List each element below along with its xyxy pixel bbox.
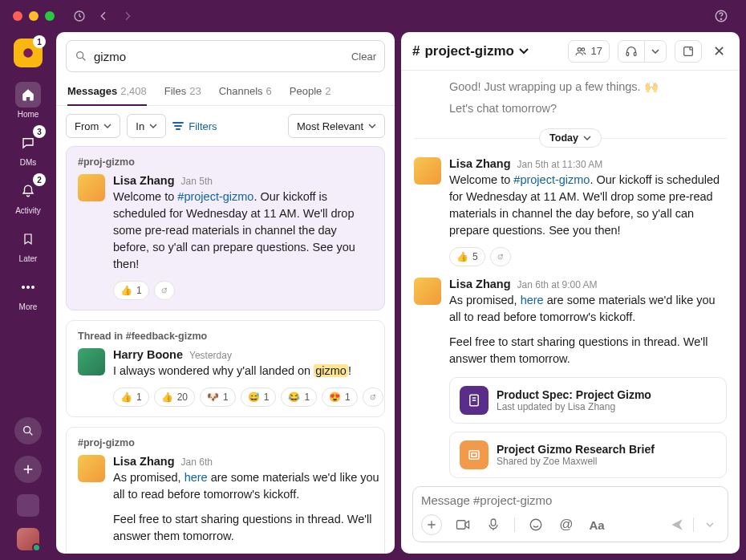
nav-label: More <box>19 302 38 311</box>
message-composer[interactable]: @ Aa <box>412 486 728 542</box>
canvas-button[interactable] <box>675 40 702 63</box>
search-bar[interactable]: Clear <box>66 40 385 72</box>
avatar[interactable] <box>414 278 441 305</box>
search-input[interactable] <box>94 50 351 63</box>
nav-label: DMs <box>20 158 37 167</box>
divider <box>693 517 694 532</box>
reaction[interactable]: 😅1 <box>241 388 277 407</box>
channel-link[interactable]: #project-gizmo <box>513 173 590 186</box>
channel-link[interactable]: #project-gizmo <box>177 190 253 203</box>
reaction[interactable]: 😍1 <box>322 388 358 407</box>
timestamp: Jan 5th <box>181 176 213 187</box>
help-icon[interactable] <box>712 7 730 25</box>
reaction[interactable]: 👍1 <box>113 388 149 407</box>
emoji-icon[interactable] <box>526 515 545 534</box>
reaction[interactable]: 😂1 <box>281 388 317 407</box>
close-panel[interactable]: ✕ <box>710 43 728 60</box>
compose-button[interactable] <box>14 456 42 483</box>
reaction[interactable]: 👍20 <box>154 388 195 407</box>
message-link[interactable]: here <box>521 294 544 306</box>
tab-channels[interactable]: Channels6 <box>219 79 272 105</box>
search-tabs: Messages2,408 Files23 Channels6 People2 <box>56 79 395 106</box>
members-button[interactable]: 17 <box>568 40 610 63</box>
my-workspace-tile[interactable] <box>17 494 39 517</box>
back-icon[interactable] <box>95 7 112 25</box>
nav-later[interactable]: Later <box>7 223 49 266</box>
nav-dms[interactable]: 3 DMs <box>7 127 49 170</box>
workspace-switcher[interactable]: 1 <box>14 39 43 67</box>
home-icon <box>15 82 41 108</box>
attach-button[interactable] <box>421 514 442 535</box>
doc-subtitle: Shared by Zoe Maxwell <box>497 456 655 467</box>
chevron-down-icon <box>519 48 529 55</box>
filter-in[interactable]: In <box>127 114 166 138</box>
reaction-count: 1 <box>136 285 142 296</box>
nav-label: Later <box>19 254 38 263</box>
avatar <box>78 348 105 375</box>
format-icon[interactable]: Aa <box>587 515 606 534</box>
avatar[interactable] <box>414 157 441 185</box>
sort-select[interactable]: Most Relevant <box>288 114 385 138</box>
channel-header: #project-gizmo 17 ✕ <box>401 32 740 71</box>
filter-icon <box>172 121 184 131</box>
doc-title: Product Spec: Project Gizmo <box>497 388 651 401</box>
svg-rect-17 <box>634 52 636 55</box>
search-result[interactable]: #proj-gizmo Lisa ZhangJan 5th Welcome to… <box>66 146 385 310</box>
filter-more[interactable]: Filters <box>172 120 217 132</box>
user-avatar[interactable] <box>17 528 39 550</box>
titlebar <box>0 0 746 32</box>
result-channel: #proj-gizmo <box>78 156 373 168</box>
mention-icon[interactable]: @ <box>557 515 576 534</box>
forward-icon[interactable] <box>119 7 136 25</box>
video-icon[interactable] <box>453 515 472 534</box>
global-search-button[interactable] <box>14 417 42 444</box>
date-divider[interactable]: Today <box>539 128 602 148</box>
nav-rail: 1 Home 3 DMs 2 Activity Later More <box>0 32 56 560</box>
presence-indicator <box>32 543 41 552</box>
channel-messages[interactable]: Good! Just wrapping up a few things. 🙌Le… <box>401 71 740 480</box>
reaction[interactable]: 👍5 <box>449 247 485 266</box>
composer-input[interactable] <box>421 493 720 507</box>
attachment-card[interactable]: Product Spec: Project GizmoLast updated … <box>449 377 727 424</box>
message-body: Welcome to #project-gizmo. Our kickoff i… <box>449 172 727 239</box>
huddle-button[interactable] <box>618 40 667 63</box>
reaction[interactable]: 🐶1 <box>200 388 236 407</box>
message-link[interactable]: here <box>184 471 208 484</box>
add-reaction[interactable] <box>154 281 175 300</box>
channel-title[interactable]: #project-gizmo <box>412 43 529 59</box>
clear-search[interactable]: Clear <box>351 51 376 63</box>
nav-home[interactable]: Home <box>7 79 49 122</box>
message-body: I always wondered why y'all landed on gi… <box>113 363 383 379</box>
tab-messages[interactable]: Messages2,408 <box>67 79 147 105</box>
close-window[interactable] <box>13 11 22 21</box>
attachment-card[interactable]: Project Gizmo Research BriefShared by Zo… <box>449 432 727 478</box>
tab-people[interactable]: People2 <box>290 79 331 105</box>
send-button[interactable] <box>667 515 687 534</box>
svg-point-19 <box>498 255 502 259</box>
author-name[interactable]: Lisa Zhang <box>449 278 511 290</box>
svg-point-7 <box>24 427 30 433</box>
add-reaction[interactable] <box>490 247 511 266</box>
filter-from[interactable]: From <box>66 114 120 138</box>
workspace-badge: 1 <box>33 35 46 48</box>
add-reaction[interactable] <box>363 388 383 407</box>
nav-more[interactable]: More <box>7 271 49 314</box>
chevron-down-icon[interactable] <box>645 41 666 62</box>
tab-files[interactable]: Files23 <box>164 79 201 105</box>
author-name[interactable]: Lisa Zhang <box>449 157 511 170</box>
history-icon[interactable] <box>71 7 88 25</box>
maximize-window[interactable] <box>45 11 55 21</box>
minimize-window[interactable] <box>29 11 39 21</box>
reaction[interactable]: 👍1 <box>113 281 149 300</box>
mic-icon[interactable] <box>484 515 503 534</box>
more-icon <box>15 274 41 300</box>
doc-subtitle: Last updated by Lisa Zhang <box>497 401 651 412</box>
timestamp: Jan 6th at 9:00 AM <box>517 279 598 290</box>
search-result[interactable]: Thread in #feedback-gizmo Harry BooneYes… <box>66 320 385 417</box>
send-options[interactable] <box>700 515 720 534</box>
search-result[interactable]: #proj-gizmo Lisa ZhangJan 6th As promise… <box>66 427 385 554</box>
message-body: Welcome to #project-gizmo. Our kickoff i… <box>113 189 373 273</box>
activity-badge: 2 <box>33 173 46 186</box>
nav-activity[interactable]: 2 Activity <box>7 175 49 218</box>
channel-panel: #project-gizmo 17 ✕ Good! Just wrapping … <box>401 32 740 554</box>
